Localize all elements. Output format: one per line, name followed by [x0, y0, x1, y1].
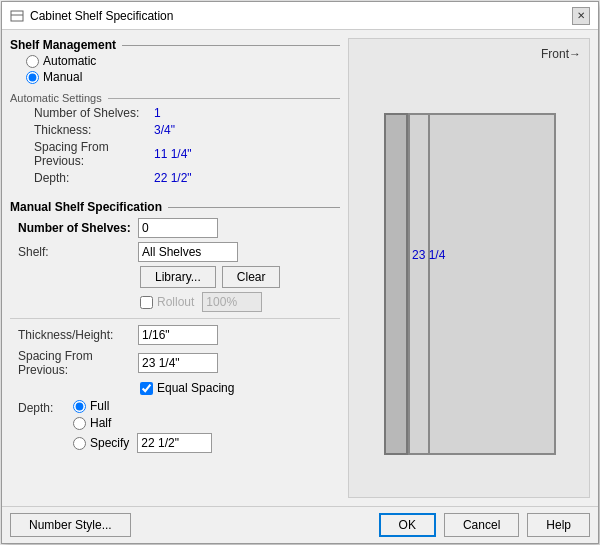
equal-spacing-row: Equal Spacing [10, 381, 340, 395]
footer-buttons: OK Cancel Help [379, 513, 590, 537]
cabinet-diagram: 23 1/4 [374, 93, 564, 463]
depth-row: Depth: Full Half Specify [10, 399, 340, 453]
footer: Number Style... OK Cancel Help [2, 506, 598, 543]
thickness-row: Thickness/Height: [10, 325, 340, 345]
depth-options: Full Half Specify [73, 399, 212, 453]
automatic-radio[interactable] [26, 55, 39, 68]
manual-radio[interactable] [26, 71, 39, 84]
shelf-dropdown-container: All Shelves [138, 242, 238, 262]
auto-num-shelves-label: Number of Shelves: [34, 106, 154, 120]
auto-spacing-row: Spacing From Previous: 11 1/4" [10, 140, 340, 168]
library-button[interactable]: Library... [140, 266, 216, 288]
half-label: Half [90, 416, 111, 430]
cabinet-body [408, 113, 556, 455]
auto-thickness-label: Thickness: [34, 123, 154, 137]
depth-label: Depth: [18, 399, 73, 415]
svg-rect-0 [11, 11, 23, 21]
specify-radio[interactable] [73, 437, 86, 450]
thickness-input[interactable] [138, 325, 218, 345]
shelf-row: Shelf: All Shelves [10, 242, 340, 262]
shelf-label: Shelf: [18, 245, 138, 259]
dialog-icon [10, 9, 24, 23]
manual-radio-item[interactable]: Manual [26, 70, 340, 84]
close-button[interactable]: ✕ [572, 7, 590, 25]
equal-spacing-checkbox[interactable] [140, 382, 153, 395]
automatic-settings-header: Automatic Settings [10, 92, 340, 104]
auto-thickness-row: Thickness: 3/4" [10, 123, 340, 137]
num-shelves-input[interactable] [138, 218, 218, 238]
spacing-input[interactable] [138, 353, 218, 373]
dimension-label: 23 1/4 [412, 248, 445, 262]
manual-num-shelves-label: Number of Shelves: [18, 221, 138, 235]
automatic-settings-section: Automatic Settings Number of Shelves: 1 … [10, 92, 340, 188]
specify-input[interactable] [137, 433, 212, 453]
cancel-button[interactable]: Cancel [444, 513, 519, 537]
auto-thickness-value: 3/4" [154, 123, 175, 137]
half-radio-item[interactable]: Half [73, 416, 212, 430]
rollout-row: Rollout [10, 292, 340, 312]
spacing-row: Spacing From Previous: [10, 349, 340, 377]
separator [10, 318, 340, 319]
auto-depth-value: 22 1/2" [154, 171, 192, 185]
rollout-label: Rollout [157, 295, 194, 309]
rollout-input[interactable] [202, 292, 262, 312]
ok-button[interactable]: OK [379, 513, 436, 537]
cabinet-side [384, 113, 408, 455]
cabinet-inner-line [428, 115, 430, 453]
manual-spec-section: Manual Shelf Specification Number of She… [10, 200, 340, 453]
auto-depth-row: Depth: 22 1/2" [10, 171, 340, 185]
rollout-checkbox[interactable] [140, 296, 153, 309]
specify-label: Specify [90, 436, 129, 450]
clear-button[interactable]: Clear [222, 266, 281, 288]
full-radio-item[interactable]: Full [73, 399, 212, 413]
half-depth-radio[interactable] [73, 417, 86, 430]
shelf-management-radio-group: Automatic Manual [10, 54, 340, 84]
title-bar: Cabinet Shelf Specification ✕ [2, 2, 598, 30]
manual-spec-header: Manual Shelf Specification [10, 200, 340, 214]
full-depth-radio[interactable] [73, 400, 86, 413]
manual-label: Manual [43, 70, 82, 84]
auto-num-shelves-row: Number of Shelves: 1 [10, 106, 340, 120]
number-style-button[interactable]: Number Style... [10, 513, 131, 537]
specify-row: Specify [73, 433, 212, 453]
preview-panel: Front→ 23 1/4 [348, 38, 590, 498]
automatic-label: Automatic [43, 54, 96, 68]
equal-spacing-label: Equal Spacing [157, 381, 234, 395]
full-label: Full [90, 399, 109, 413]
shelf-dropdown[interactable]: All Shelves [138, 242, 238, 262]
shelf-management-header: Shelf Management [10, 38, 340, 52]
automatic-radio-item[interactable]: Automatic [26, 54, 340, 68]
library-clear-row: Library... Clear [10, 266, 340, 288]
thickness-label: Thickness/Height: [18, 328, 138, 342]
auto-depth-label: Depth: [34, 171, 154, 185]
dialog: Cabinet Shelf Specification ✕ Shelf Mana… [1, 1, 599, 544]
left-panel: Shelf Management Automatic Manual Auto [10, 38, 340, 498]
auto-num-shelves-value: 1 [154, 106, 161, 120]
manual-num-shelves-row: Number of Shelves: [10, 218, 340, 238]
help-button[interactable]: Help [527, 513, 590, 537]
dialog-title: Cabinet Shelf Specification [30, 9, 173, 23]
auto-spacing-value: 11 1/4" [154, 147, 192, 161]
spacing-label: Spacing From Previous: [18, 349, 138, 377]
shelf-management-section: Shelf Management Automatic Manual [10, 38, 340, 88]
front-label: Front→ [541, 47, 581, 61]
auto-spacing-label: Spacing From Previous: [34, 140, 154, 168]
